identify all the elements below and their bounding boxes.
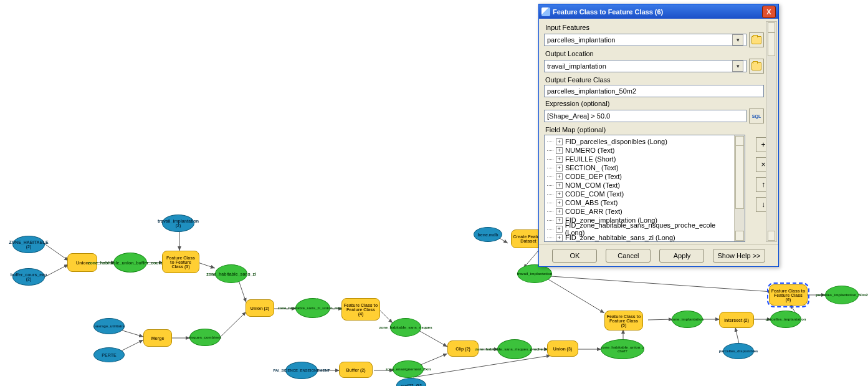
node-input-buffer-cours-eau[interactable]: buffer_cours_eau (2)	[12, 268, 45, 286]
node-input-pai-science-enseignement[interactable]: PAI_SCIENCE_ENSEIGNEMENT	[285, 362, 318, 379]
field-map-item[interactable]: +FID_zone_habitable_sans_risques_proche_…	[547, 224, 734, 233]
node-input-xref72-g2[interactable]: xref72_G2	[396, 378, 426, 386]
field-map-item[interactable]: +FID_parcelles_disponibles (Long)	[547, 137, 734, 146]
expression-input[interactable]: [Shape_Area] > 50.0	[544, 110, 746, 122]
node-tool-fc2fc-6[interactable]: Feature Class to Feature Class (6)	[769, 284, 808, 306]
field-map-list[interactable]: +FID_parcelles_disponibles (Long)+NUMERO…	[544, 135, 745, 242]
output-location-label: Output Location	[545, 50, 764, 57]
expression-label: Expression (optional)	[545, 100, 764, 107]
field-map-item-label: CODE_DEP (Text)	[565, 173, 622, 180]
expand-icon[interactable]: +	[556, 200, 563, 206]
expand-icon[interactable]: +	[556, 138, 563, 145]
node-tool-fc2fc-4[interactable]: Feature Class to Feature Class (4)	[341, 298, 380, 321]
folder-icon	[751, 62, 761, 70]
node-output-parcelles-implantation-50m2[interactable]: parcelles_implantation_50m2	[825, 286, 859, 304]
expand-icon[interactable]: +	[556, 147, 563, 154]
node-tool-fc2fc-5[interactable]: Feature Class to Feature Class (5)	[604, 311, 643, 331]
field-map-item[interactable]: +CODE_DEP (Text)	[547, 172, 734, 181]
field-map-item-label: FID_parcelles_disponibles (Long)	[565, 138, 667, 145]
field-map-item[interactable]: +CODE_COM (Text)	[547, 190, 734, 198]
field-map-item-label: COM_ABS (Text)	[565, 199, 618, 206]
node-input-ouvrage-utilitaire[interactable]: ouvrage_utilitaire	[93, 318, 125, 334]
expand-icon[interactable]: +	[556, 208, 563, 215]
field-map-item[interactable]: +NOM_COM (Text)	[547, 181, 734, 190]
show-help-button[interactable]: Show Help >>	[713, 249, 765, 263]
field-map-item-label: FEUILLE (Short)	[565, 155, 616, 163]
node-output-zh-sans-risques[interactable]: zone_habitable_sans_risques	[390, 318, 421, 337]
expand-icon[interactable]: +	[556, 182, 563, 189]
node-input-perte[interactable]: PERTE	[93, 347, 125, 362]
tool-dialog: Feature Class to Feature Class (6) X Inp…	[538, 4, 779, 267]
node-output-zone-implantation[interactable]: zone_implantation	[672, 311, 703, 328]
node-output-zh-zi-union-risques[interactable]: zone_habitable_sans_zi_union_risques	[295, 298, 330, 318]
field-map-item-label: SECTION_ (Text)	[565, 164, 619, 171]
node-output-zh-union-z[interactable]: zone_habitable_union_z chef?	[601, 339, 644, 359]
expand-icon[interactable]: +	[556, 217, 563, 224]
field-map-item[interactable]: +FEUILLE (Short)	[547, 155, 734, 163]
wand-icon	[541, 7, 550, 16]
output-location-value: travail_implantation	[547, 62, 606, 70]
node-output-zh-sans-zi[interactable]: zone_habitable_sans_zi	[215, 264, 247, 283]
input-features-combo[interactable]: parcelles_implantation ▾	[544, 34, 746, 46]
node-output-parcelles-implantation[interactable]: parcelles_implantation	[770, 311, 801, 328]
field-map-item[interactable]: +NUMERO (Text)	[547, 146, 734, 155]
output-fc-input[interactable]: parcelles_implantation_50m2	[544, 85, 764, 97]
titlebar[interactable]: Feature Class to Feature Class (6) X	[539, 4, 778, 19]
list-scrollbar[interactable]	[734, 135, 745, 241]
field-map-item[interactable]: +CODE_ARR (Text)	[547, 207, 734, 216]
field-map-item-label: NOM_COM (Text)	[565, 181, 620, 189]
input-features-label: Input Features	[545, 24, 764, 31]
node-output-travail-implantation[interactable]: travail_implantation	[517, 264, 552, 283]
node-tool-union-2[interactable]: Union (2)	[246, 299, 274, 317]
dialog-scrollbar[interactable]	[766, 21, 777, 242]
node-output-zone-enseignement-2km[interactable]: zone_enseignement_2km	[393, 360, 424, 378]
dialog-title: Feature Class to Feature Class (6)	[553, 8, 762, 16]
field-map-item[interactable]: +COM_ABS (Text)	[547, 198, 734, 207]
node-tool-intersect-2[interactable]: Intersect (2)	[719, 312, 754, 328]
arrow-down-icon: ↓	[761, 200, 765, 209]
node-input-zone-habitable[interactable]: ZONE_HABITABLE (2)	[12, 236, 45, 253]
dialog-footer: OK Cancel Apply Show Help >>	[539, 244, 778, 266]
node-tool-union-3[interactable]: Union (3)	[547, 340, 578, 357]
arrow-up-icon: ↑	[761, 180, 765, 189]
node-input-travail-implantation-2[interactable]: travail_implantation (2)	[162, 215, 194, 232]
x-icon: ×	[761, 160, 765, 169]
folder-icon	[751, 36, 761, 44]
close-button[interactable]: X	[762, 6, 776, 18]
expand-icon[interactable]: +	[556, 165, 563, 171]
expand-icon[interactable]: +	[556, 191, 563, 198]
expand-icon[interactable]: +	[556, 156, 563, 163]
apply-button[interactable]: Apply	[659, 249, 704, 263]
node-input-bene-mdb[interactable]: bene.mdb	[474, 227, 502, 242]
browse-output-location-button[interactable]	[749, 59, 764, 74]
node-tool-fc2fc-3[interactable]: Feature Class to Feature Class (3)	[162, 251, 199, 273]
input-features-value: parcelles_implantation	[547, 36, 615, 44]
expand-icon[interactable]: +	[556, 234, 563, 241]
cancel-button[interactable]: Cancel	[606, 249, 651, 263]
output-fc-label: Output Feature Class	[545, 76, 764, 84]
field-map-item-label: CODE_ARR (Text)	[565, 208, 622, 215]
field-map-item-label: NUMERO (Text)	[565, 147, 614, 154]
plus-icon: +	[761, 140, 765, 149]
browse-input-features-button[interactable]	[749, 32, 764, 47]
sql-button[interactable]: SQL	[749, 109, 764, 123]
field-map-item[interactable]: +SECTION_ (Text)	[547, 163, 734, 172]
node-output-zh-union-buffer[interactable]: zone_habitable_union_buffer_cours_eau	[113, 253, 147, 273]
node-output-zh-proche-ecole[interactable]: zone_habitable_sans_risques_proche_ecole	[497, 339, 532, 359]
output-location-combo[interactable]: travail_implantation ▾	[544, 60, 746, 72]
ok-button[interactable]: OK	[552, 249, 597, 263]
chevron-down-icon[interactable]: ▾	[732, 34, 743, 46]
expand-icon[interactable]: +	[556, 226, 563, 233]
chevron-down-icon[interactable]: ▾	[732, 60, 743, 72]
node-input-parcelles-disponibles[interactable]: parcelles_disponibles	[723, 343, 754, 359]
field-map-item-label: CODE_COM (Text)	[565, 190, 624, 198]
expand-icon[interactable]: +	[556, 173, 563, 180]
node-tool-clip-2[interactable]: Clip (2)	[447, 340, 479, 357]
node-output-risques-combines[interactable]: risques_combines	[189, 329, 221, 346]
node-tool-merge[interactable]: Merge	[143, 329, 172, 347]
node-tool-buffer-2[interactable]: Buffer (2)	[339, 362, 373, 378]
fieldmap-label: Field Map (optional)	[545, 126, 764, 133]
field-map-item-label: FID_zone_habitable_sans_zi (Long)	[565, 234, 675, 241]
sql-icon: SQL	[752, 114, 761, 118]
